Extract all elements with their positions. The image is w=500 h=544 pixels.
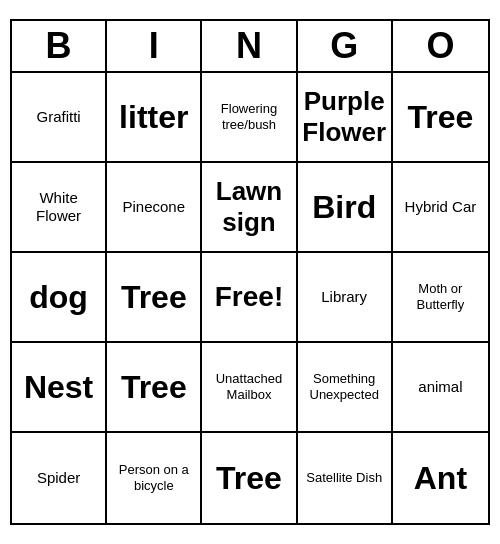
cell-r0-c4: Tree xyxy=(393,73,488,163)
cell-r4-c3: Satellite Dish xyxy=(298,433,393,523)
cell-r1-c4: Hybrid Car xyxy=(393,163,488,253)
cell-r1-c0: White Flower xyxy=(12,163,107,253)
bingo-grid: GrafittilitterFlowering tree/bushPurple … xyxy=(12,73,488,523)
cell-r0-c3: Purple Flower xyxy=(298,73,393,163)
cell-r2-c3: Library xyxy=(298,253,393,343)
header-n: N xyxy=(202,21,297,71)
cell-r0-c1: litter xyxy=(107,73,202,163)
cell-r0-c2: Flowering tree/bush xyxy=(202,73,297,163)
cell-r3-c1: Tree xyxy=(107,343,202,433)
header-i: I xyxy=(107,21,202,71)
cell-r4-c0: Spider xyxy=(12,433,107,523)
bingo-card: B I N G O GrafittilitterFlowering tree/b… xyxy=(10,19,490,525)
cell-r3-c3: Something Unexpected xyxy=(298,343,393,433)
cell-r1-c2: Lawn sign xyxy=(202,163,297,253)
cell-r4-c1: Person on a bicycle xyxy=(107,433,202,523)
cell-r3-c0: Nest xyxy=(12,343,107,433)
header-o: O xyxy=(393,21,488,71)
cell-r4-c2: Tree xyxy=(202,433,297,523)
header-g: G xyxy=(298,21,393,71)
cell-r3-c4: animal xyxy=(393,343,488,433)
bingo-header: B I N G O xyxy=(12,21,488,73)
cell-r2-c0: dog xyxy=(12,253,107,343)
cell-r1-c3: Bird xyxy=(298,163,393,253)
cell-r2-c2: Free! xyxy=(202,253,297,343)
cell-r1-c1: Pinecone xyxy=(107,163,202,253)
cell-r2-c1: Tree xyxy=(107,253,202,343)
cell-r4-c4: Ant xyxy=(393,433,488,523)
cell-r3-c2: Unattached Mailbox xyxy=(202,343,297,433)
cell-r2-c4: Moth or Butterfly xyxy=(393,253,488,343)
header-b: B xyxy=(12,21,107,71)
cell-r0-c0: Grafitti xyxy=(12,73,107,163)
